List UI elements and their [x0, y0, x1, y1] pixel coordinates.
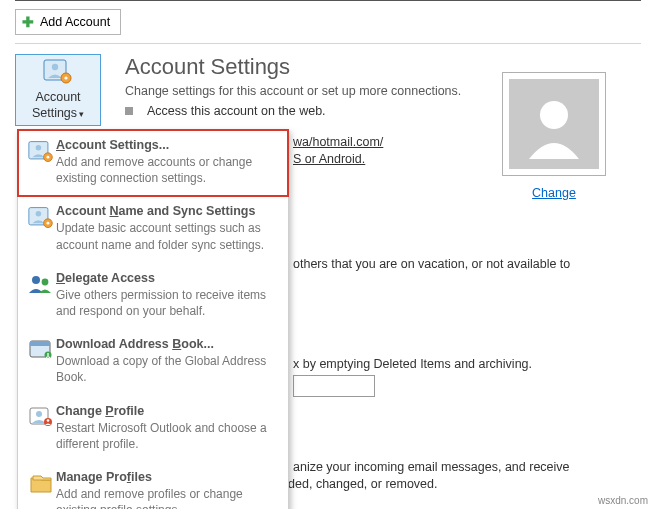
- svg-point-1: [52, 64, 58, 70]
- delegate-icon: [28, 273, 54, 295]
- bullet-icon: [125, 107, 133, 115]
- account-settings-dropdown: Account Settings... Add and remove accou…: [17, 129, 289, 509]
- svg-point-12: [47, 222, 50, 225]
- watermark: wsxdn.com: [598, 495, 648, 506]
- svg-rect-16: [30, 341, 50, 346]
- mobile-app-link[interactable]: S or Android.: [293, 152, 365, 166]
- address-book-icon: [28, 339, 54, 361]
- svg-point-21: [47, 419, 50, 422]
- menu-name-sync-settings[interactable]: Account Name and Sync Settings Update ba…: [18, 196, 288, 262]
- menu-download-address-book[interactable]: Download Address Book... Download a copy…: [18, 329, 288, 395]
- menu-desc: Update basic account settings such as ac…: [56, 220, 278, 252]
- menu-desc: Add and remove accounts or change existi…: [56, 154, 278, 186]
- menu-title: Manage Profiles: [56, 470, 278, 484]
- rules-fragment-a: anize your incoming email messages, and …: [293, 460, 570, 474]
- top-border: [15, 0, 641, 1]
- mailbox-cleanup-fragment: x by emptying Deleted Items and archivin…: [293, 357, 532, 371]
- menu-delegate-access[interactable]: Delegate Access Give others permission t…: [18, 263, 288, 329]
- account-gear-icon: [28, 206, 54, 230]
- menu-title: Account Settings...: [56, 138, 278, 152]
- change-avatar-link[interactable]: Change: [532, 186, 576, 200]
- avatar: [502, 72, 606, 176]
- vacation-text-fragment: others that you are on vacation, or not …: [293, 257, 570, 271]
- svg-point-3: [64, 76, 67, 79]
- svg-point-10: [36, 211, 42, 217]
- menu-desc: Give others permission to receive items …: [56, 287, 278, 319]
- menu-desc: Download a copy of the Global Address Bo…: [56, 353, 278, 385]
- folders-icon: [28, 472, 54, 494]
- menu-change-profile[interactable]: Change Profile Restart Microsoft Outlook…: [18, 396, 288, 462]
- menu-title: Account Name and Sync Settings: [56, 204, 278, 218]
- menu-desc: Add and remove profiles or change existi…: [56, 486, 278, 509]
- svg-point-6: [36, 145, 42, 151]
- owa-link[interactable]: wa/hotmail.com/: [293, 135, 383, 149]
- profile-icon: [28, 406, 54, 428]
- account-settings-ribbon-button[interactable]: AccountSettings▾: [15, 54, 101, 126]
- svg-point-8: [47, 156, 50, 159]
- menu-title: Download Address Book...: [56, 337, 278, 351]
- svg-point-4: [540, 101, 568, 129]
- svg-point-19: [36, 411, 42, 417]
- menu-manage-profiles[interactable]: Manage Profiles Add and remove profiles …: [18, 462, 288, 509]
- plus-icon: ✚: [22, 14, 34, 30]
- menu-account-settings[interactable]: Account Settings... Add and remove accou…: [18, 130, 288, 196]
- add-account-label: Add Account: [40, 15, 110, 29]
- svg-point-13: [32, 276, 40, 284]
- chevron-down-icon: ▾: [79, 109, 84, 119]
- menu-desc: Restart Microsoft Outlook and choose a d…: [56, 420, 278, 452]
- account-settings-ribbon-label: AccountSettings▾: [32, 89, 84, 122]
- textbox-outline: [293, 375, 375, 397]
- add-account-button[interactable]: ✚ Add Account: [15, 9, 121, 35]
- svg-point-14: [42, 278, 49, 285]
- menu-title: Delegate Access: [56, 271, 278, 285]
- account-gear-icon: [43, 59, 73, 85]
- account-gear-icon: [28, 140, 54, 164]
- bullet-text: Access this account on the web.: [147, 104, 326, 118]
- menu-title: Change Profile: [56, 404, 278, 418]
- avatar-placeholder-icon: [519, 89, 589, 159]
